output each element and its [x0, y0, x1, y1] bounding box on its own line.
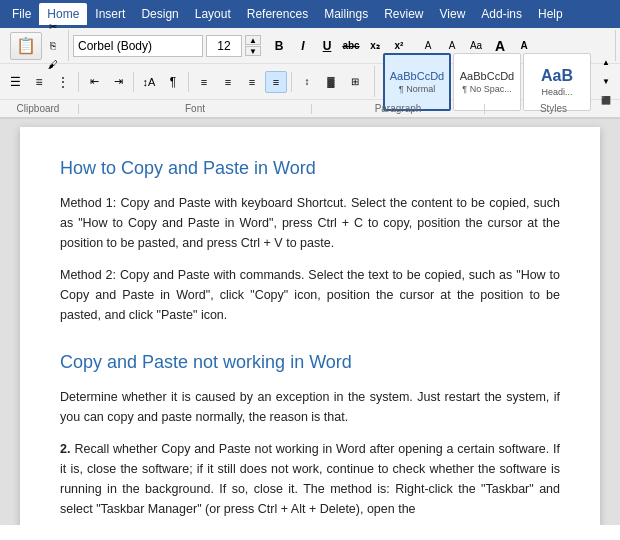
paragraph-3: Determine whether it is caused by an exc…	[60, 387, 560, 427]
menu-layout[interactable]: Layout	[187, 3, 239, 25]
menu-help[interactable]: Help	[530, 3, 571, 25]
styles-group: AaBbCcDd ¶ Normal AaBbCcDd ¶ No Spac... …	[379, 66, 617, 97]
paragraph-group: ☰ ≡ ⋮ ⇤ ⇥ ↕A ¶ ≡ ≡ ≡ ≡ ↕ ▓	[4, 66, 375, 97]
line-spacing-button[interactable]: ↕	[296, 71, 318, 93]
menu-addins[interactable]: Add-ins	[473, 3, 530, 25]
font-name-input[interactable]	[73, 35, 203, 57]
multilevel-list-button[interactable]: ⋮	[52, 71, 74, 93]
font-size-controls: ▲ ▼	[245, 35, 261, 56]
decrease-font-size-button[interactable]: ▼	[245, 46, 261, 56]
paragraph-label: Paragraph	[318, 103, 478, 114]
style-nospace[interactable]: AaBbCcDd ¶ No Spac...	[453, 53, 521, 111]
shading-button[interactable]: ▓	[320, 71, 342, 93]
ribbon-labels: Clipboard Font Paragraph Styles	[0, 100, 620, 118]
paragraph-1: Method 1: Copy and Paste with keyboard S…	[60, 193, 560, 253]
clipboard-group: 📋 ✂ ⎘ 🖌	[4, 30, 69, 61]
style-nospace-preview: AaBbCcDd	[460, 70, 514, 82]
strikethrough-button[interactable]: abc	[340, 35, 362, 57]
numbering-button[interactable]: ≡	[28, 71, 50, 93]
menu-bar: File Home Insert Design Layout Reference…	[0, 0, 620, 28]
style-heading1[interactable]: AaB Headi...	[523, 53, 591, 111]
ribbon: 📋 ✂ ⎘ 🖌 ▲ ▼ B I U abc x₂	[0, 28, 620, 119]
bullets-button[interactable]: ☰	[4, 71, 26, 93]
style-heading1-label: Headi...	[541, 87, 572, 97]
paragraph-2: Method 2: Copy and Paste with commands. …	[60, 265, 560, 325]
heading-1: How to Copy and Paste in Word	[60, 155, 560, 183]
underline-button[interactable]: U	[316, 35, 338, 57]
para-num-2: 2.	[60, 442, 70, 456]
menu-review[interactable]: Review	[376, 3, 431, 25]
decrease-indent-button[interactable]: ⇤	[83, 71, 105, 93]
ribbon-row2: ☰ ≡ ⋮ ⇤ ⇥ ↕A ¶ ≡ ≡ ≡ ≡ ↕ ▓	[0, 64, 620, 100]
clipboard-label: Clipboard	[4, 103, 72, 114]
increase-indent-button[interactable]: ⇥	[107, 71, 129, 93]
styles-scroll-down[interactable]: ▼	[595, 72, 617, 91]
font-label: Font	[85, 103, 305, 114]
menu-design[interactable]: Design	[133, 3, 186, 25]
cut-button[interactable]: ✂	[44, 18, 62, 36]
copy-button[interactable]: ⎘	[44, 37, 62, 55]
document-area[interactable]: How to Copy and Paste in Word Method 1: …	[0, 119, 620, 525]
document-page: How to Copy and Paste in Word Method 1: …	[20, 127, 600, 525]
justify-button[interactable]: ≡	[265, 71, 287, 93]
borders-button[interactable]: ⊞	[344, 71, 366, 93]
styles-label: Styles	[491, 103, 616, 114]
style-heading1-preview: AaB	[541, 67, 573, 85]
menu-insert[interactable]: Insert	[87, 3, 133, 25]
show-hide-button[interactable]: ¶	[162, 71, 184, 93]
styles-scroll-up[interactable]: ▲	[595, 53, 617, 72]
paragraph-4-text: Recall whether Copy and Paste not workin…	[60, 442, 560, 516]
increase-font-size-button[interactable]: ▲	[245, 35, 261, 45]
style-nospace-label: ¶ No Spac...	[462, 84, 511, 94]
sort-button[interactable]: ↕A	[138, 71, 160, 93]
style-normal-label: ¶ Normal	[399, 84, 435, 94]
paragraph-4: 2.Recall whether Copy and Paste not work…	[60, 439, 560, 519]
align-left-button[interactable]: ≡	[193, 71, 215, 93]
paste-button[interactable]: 📋	[10, 32, 42, 60]
style-normal[interactable]: AaBbCcDd ¶ Normal	[383, 53, 451, 111]
align-center-button[interactable]: ≡	[217, 71, 239, 93]
menu-view[interactable]: View	[432, 3, 474, 25]
style-normal-preview: AaBbCcDd	[390, 70, 444, 82]
menu-references[interactable]: References	[239, 3, 316, 25]
italic-button[interactable]: I	[292, 35, 314, 57]
bold-button[interactable]: B	[268, 35, 290, 57]
align-right-button[interactable]: ≡	[241, 71, 263, 93]
heading-2: Copy and Paste not working in Word	[60, 349, 560, 377]
menu-mailings[interactable]: Mailings	[316, 3, 376, 25]
font-size-input[interactable]	[206, 35, 242, 57]
